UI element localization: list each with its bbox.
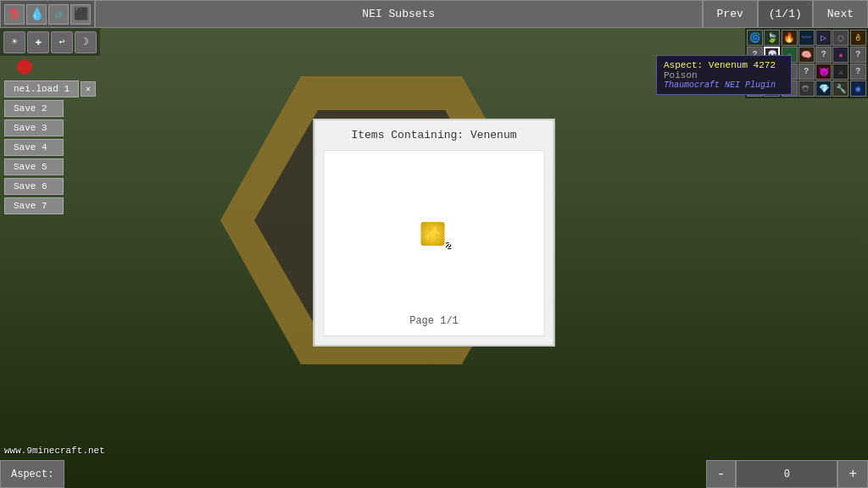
block-button[interactable]: ⬛ [70,4,91,25]
save-slot-btn-3[interactable]: Save 3 [4,119,64,136]
aspect-label: Aspect: [0,460,64,488]
reset-button[interactable]: ↺ [48,4,69,25]
save-slot-5: Save 5 [4,158,96,175]
moon-button[interactable]: ☽ [75,31,97,53]
item-cell-q6[interactable]: ? [798,64,815,80]
modal-items-area: ✨ 2 [333,159,536,311]
top-bar-nav: Prev (1/1) Next [703,0,868,28]
item-cell-candle[interactable]: 🕯 [850,30,866,46]
save-slot-btn-7[interactable]: Save 7 [4,197,64,214]
bottom-bar: Aspect: - 0 + [0,460,868,488]
minus-button[interactable]: - [706,460,737,488]
item-cell-helmet[interactable]: ⛑ [798,80,815,97]
aspect-value: 0 [736,460,837,488]
item-cell-devil[interactable]: 👿 [815,64,832,80]
item-cell-arrow[interactable]: ▷ [815,30,832,46]
modal-content: ✨ 2 Page 1/1 [324,150,545,336]
add-button[interactable]: ✚ [27,31,49,53]
save-slots-panel: nei.load 1 ✕ Save 2 Save 3 Save 4 Save 5… [4,80,96,214]
top-bar: 🗑 💧 ↺ ⬛ NEI Subsets Prev (1/1) Next [0,0,868,28]
modal-title: Items Containing: Venenum [324,129,545,141]
save-slot-7: Save 7 [4,197,96,214]
item-count: 2 [447,242,451,251]
save-slot-1: nei.load 1 ✕ [4,80,96,97]
item-visual: ✨ [420,222,444,246]
red-dot-indicator [17,59,32,75]
page-title: NEI Subsets [95,0,703,28]
second-toolbar: ☀ ✚ ↩ ☽ [0,28,100,56]
save-slot-4: Save 4 [4,139,96,156]
item-cell-leaf[interactable]: 🍃 [764,30,780,46]
curve-button[interactable]: ↩ [51,31,73,53]
plus-button[interactable]: + [837,460,868,488]
item-cell-q3[interactable]: ? [850,47,866,63]
save-slot-2: Save 2 [4,100,96,117]
toolbar-left: 🗑 💧 ↺ ⬛ [0,0,95,28]
save-slot-3: Save 3 [4,119,96,136]
modal-page-indicator: Page 1/1 [409,311,459,327]
save-slot-btn-4[interactable]: Save 4 [4,139,64,156]
item-cell-wrench[interactable]: 🔧 [832,80,849,97]
watermark: www.9minecraft.net [4,446,105,456]
item-cell-q2[interactable]: ? [815,47,832,63]
item-cell-fire[interactable]: 🔥 [782,30,798,46]
item-cell-wave[interactable]: 〰 [798,30,815,46]
items-modal: Items Containing: Venenum ✨ 2 Page 1/1 [314,119,555,347]
save-slot-btn-2[interactable]: Save 2 [4,100,64,117]
bottom-spacer [64,460,705,488]
venenum-item-icon[interactable]: ✨ 2 [420,222,448,249]
delete-button[interactable]: 🗑 [4,4,25,25]
save-slot-btn-6[interactable]: Save 6 [4,178,64,195]
save-slot-btn-5[interactable]: Save 5 [4,158,64,175]
item-cell-sword[interactable]: ⚔ [832,64,849,80]
item-cell-gem[interactable]: 💎 [815,80,832,97]
close-slot-1[interactable]: ✕ [81,81,96,97]
save-slot-6: Save 6 [4,178,96,195]
page-counter: (1/1) [758,0,813,28]
next-button[interactable]: Next [813,0,868,28]
title-text: NEI Subsets [362,8,435,20]
tooltip-plugin: Thaumocraft NEI Plugin [664,80,784,90]
prev-button[interactable]: Prev [703,0,758,28]
item-cell-blue2[interactable]: ◉ [850,80,866,97]
item-cell-brain[interactable]: 🧠 [798,47,815,63]
sun-button[interactable]: ☀ [3,31,25,53]
item-cell-spiral[interactable]: 🌀 [747,30,763,46]
tooltip-subtitle: Poison [664,70,784,80]
water-button[interactable]: 💧 [26,4,47,25]
item-cell-q7[interactable]: ? [850,64,866,80]
tooltip-title: Aspect: Venenum 4272 [664,60,784,70]
item-cell-star[interactable]: ★ [832,47,849,63]
load-slot-1[interactable]: nei.load 1 [4,80,79,97]
item-cell-empty-1[interactable]: ◯ [832,30,849,46]
aspect-tooltip: Aspect: Venenum 4272 Poison Thaumocraft … [656,55,792,95]
